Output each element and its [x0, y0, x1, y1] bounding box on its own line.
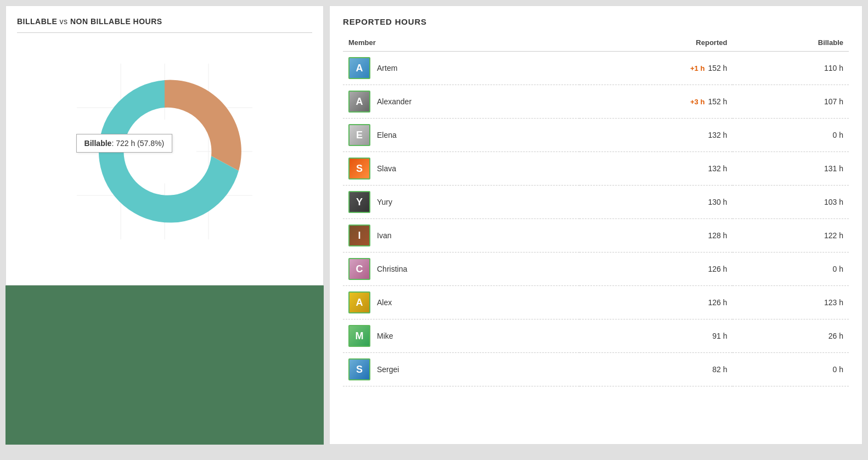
reported-hours-cell: 132 h: [579, 119, 732, 152]
billable-hours-cell: 0 h: [732, 253, 849, 286]
avatar-alex: A: [348, 291, 370, 313]
billable-hours-cell: 110 h: [732, 52, 849, 85]
member-cell-mike: MMike: [343, 319, 579, 353]
reported-hours-cell: +3 h152 h: [579, 85, 732, 119]
reported-hours-value: 126 h: [708, 265, 727, 273]
table-row: AAlex126 h123 h: [343, 286, 849, 319]
member-info: SSergei: [348, 358, 574, 380]
member-name: Yury: [377, 198, 392, 206]
member-info: SSlava: [348, 158, 574, 179]
member-name: Alexander: [377, 97, 412, 106]
reported-value: 132 h: [585, 164, 727, 173]
member-cell-christina: CChristina: [343, 253, 579, 286]
green-panel: [5, 285, 324, 445]
table-row: AAlexander+3 h152 h107 h: [343, 85, 849, 119]
member-name: Elena: [377, 131, 397, 139]
table-row: IIvan128 h122 h: [343, 219, 849, 253]
member-name: Ivan: [377, 231, 391, 240]
plus-badge: +3 h: [690, 98, 704, 106]
member-info: MMike: [348, 325, 574, 347]
member-info: CChristina: [348, 258, 574, 280]
left-panel: BILLABLE vs NON BILLABLE HOURS: [5, 5, 324, 445]
member-cell-elena: EElena: [343, 119, 579, 152]
table-row: MMike91 h26 h: [343, 319, 849, 353]
member-info: YYury: [348, 191, 574, 213]
reported-hours-value: 130 h: [708, 198, 727, 206]
member-cell-artem: AArtem: [343, 52, 579, 85]
reported-hours-value: 82 h: [712, 365, 727, 374]
chart-card: BILLABLE vs NON BILLABLE HOURS: [5, 5, 324, 285]
reported-value: 132 h: [585, 131, 727, 139]
billable-hours-cell: 103 h: [732, 186, 849, 219]
avatar-christina: C: [348, 258, 370, 280]
billable-hours-cell: 0 h: [732, 353, 849, 386]
billable-hours-cell: 123 h: [732, 286, 849, 319]
member-name: Sergei: [377, 365, 399, 374]
member-name: Christina: [377, 265, 407, 273]
table-row: SSergei82 h0 h: [343, 353, 849, 386]
member-name: Slava: [377, 164, 396, 173]
reported-hours-title: REPORTED HOURS: [343, 17, 849, 26]
reported-hours-cell: 126 h: [579, 253, 732, 286]
table-row: YYury130 h103 h: [343, 186, 849, 219]
table-row: CChristina126 h0 h: [343, 253, 849, 286]
plus-badge: +1 h: [690, 64, 704, 72]
member-cell-alexander: AAlexander: [343, 85, 579, 119]
vs-text: vs: [57, 17, 70, 26]
reported-value: 91 h: [585, 332, 727, 340]
member-name: Alex: [377, 298, 392, 307]
tooltip-value: 722 h (57.8%): [116, 139, 164, 148]
reported-hours-cell: +1 h152 h: [579, 52, 732, 85]
reported-value: +1 h152 h: [585, 64, 727, 72]
col-member: Member: [343, 34, 579, 52]
reported-hours-value: 126 h: [708, 298, 727, 307]
avatar-elena: E: [348, 124, 370, 146]
avatar-yury: Y: [348, 191, 370, 213]
reported-hours-cell: 132 h: [579, 152, 732, 186]
reported-hours-value: 128 h: [708, 231, 727, 240]
member-cell-slava: SSlava: [343, 152, 579, 186]
member-info: AAlexander: [348, 91, 574, 113]
avatar-sergei: S: [348, 358, 370, 380]
billable-label: BILLABLE: [17, 17, 57, 26]
reported-hours-value: 132 h: [708, 164, 727, 173]
billable-hours-cell: 107 h: [732, 85, 849, 119]
reported-hours-value: 91 h: [712, 332, 727, 340]
billable-hours-cell: 122 h: [732, 219, 849, 253]
reported-value: 126 h: [585, 298, 727, 307]
table-header-row: Member Reported Billable: [343, 34, 849, 52]
reported-hours-cell: 91 h: [579, 319, 732, 353]
billable-hours-cell: 26 h: [732, 319, 849, 353]
reported-hours-cell: 130 h: [579, 186, 732, 219]
non-billable-label: NON BILLABLE HOURS: [70, 17, 162, 26]
table-row: AArtem+1 h152 h110 h: [343, 52, 849, 85]
reported-value: 82 h: [585, 365, 727, 374]
reported-hours-cell: 82 h: [579, 353, 732, 386]
reported-value: +3 h152 h: [585, 97, 727, 106]
member-cell-sergei: SSergei: [343, 353, 579, 386]
billable-hours-cell: 131 h: [732, 152, 849, 186]
avatar-mike: M: [348, 325, 370, 347]
col-reported: Reported: [579, 34, 732, 52]
reported-hours-value: 152 h: [708, 97, 727, 106]
reported-value: 130 h: [585, 198, 727, 206]
reported-value: 128 h: [585, 231, 727, 240]
reported-hours-value: 132 h: [708, 131, 727, 139]
member-cell-ivan: IIvan: [343, 219, 579, 253]
avatar-alexander: A: [348, 91, 370, 113]
reported-hours-value: 152 h: [708, 64, 727, 72]
member-info: IIvan: [348, 225, 574, 246]
chart-title: BILLABLE vs NON BILLABLE HOURS: [17, 17, 312, 33]
tooltip-label: Billable: [84, 139, 112, 148]
right-panel: REPORTED HOURS Member Reported Billable …: [329, 5, 863, 445]
tooltip: Billable: 722 h (57.8%): [76, 134, 173, 153]
member-info: EElena: [348, 124, 574, 146]
member-cell-alex: AAlex: [343, 286, 579, 319]
avatar-artem: A: [348, 57, 370, 79]
table-row: EElena132 h0 h: [343, 119, 849, 152]
col-billable: Billable: [732, 34, 849, 52]
member-info: AAlex: [348, 291, 574, 313]
reported-value: 126 h: [585, 265, 727, 273]
member-name: Artem: [377, 64, 397, 72]
member-cell-yury: YYury: [343, 186, 579, 219]
